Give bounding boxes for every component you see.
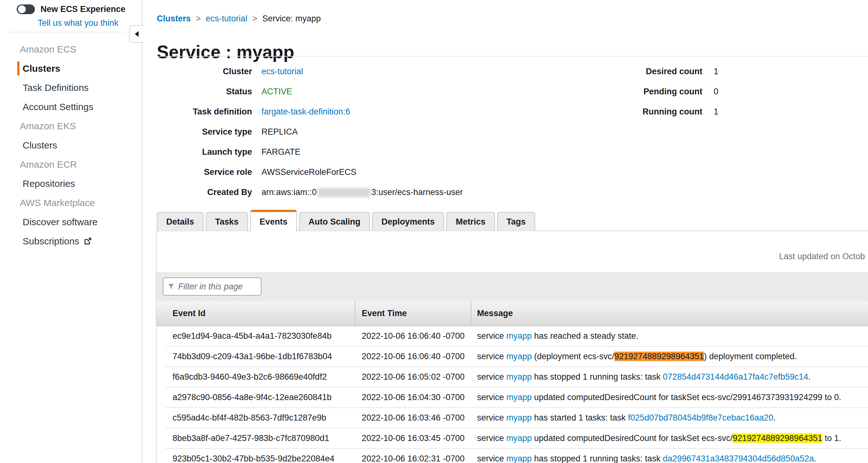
- message-text: (deployment ecs-svc/: [532, 352, 614, 361]
- message-link[interactable]: myapp: [506, 433, 532, 443]
- message-link[interactable]: myapp: [506, 331, 532, 341]
- breadcrumb-item-service-myapp: Service: myapp: [262, 14, 321, 24]
- sidebar-item-label: Account Settings: [23, 102, 93, 112]
- detail-row-running-count: Running count1: [583, 107, 718, 118]
- sidebar-item-clusters[interactable]: Clusters: [0, 59, 142, 78]
- filter-bar: [156, 272, 868, 301]
- event-id-cell: ec9e1d94-9aca-45b4-a4a1-7823030fe84b: [165, 331, 355, 341]
- detail-label: Pending count: [583, 87, 702, 96]
- event-time-cell: 2022-10-06 16:04:30 -0700: [355, 393, 471, 402]
- detail-value: ACTIVE: [261, 87, 292, 96]
- filter-funnel-icon: [168, 283, 175, 290]
- sidebar-item-label: Discover software: [23, 217, 97, 227]
- sidebar-item-label: Subscriptions: [23, 236, 79, 247]
- table-row[interactable]: 8beb3a8f-a0e7-4257-983b-c7fc870980d12022…: [165, 428, 868, 449]
- sidebar-divider: [9, 32, 125, 32]
- sidebar-item-repositories[interactable]: Repositories: [0, 174, 142, 193]
- nav-section-header-amazon-ecr: Amazon ECR: [0, 155, 142, 174]
- message-text: has reached a steady state.: [532, 331, 638, 341]
- message-link[interactable]: myapp: [506, 372, 532, 381]
- filter-box: [163, 278, 261, 296]
- nav-section-header-aws-marketplace: AWS Marketplace: [0, 193, 142, 212]
- message-link[interactable]: 072854d473144d46a17fa4c7efb59c14: [663, 372, 808, 381]
- message-link[interactable]: myapp: [506, 454, 532, 463]
- tab-tags[interactable]: Tags: [497, 212, 535, 231]
- last-updated-text: Last updated on Octob: [779, 252, 865, 261]
- detail-value: 1: [714, 67, 718, 77]
- message-text: service: [477, 372, 506, 381]
- sidebar-collapse-button[interactable]: [129, 25, 144, 43]
- sidebar-item-discover-software[interactable]: Discover software: [0, 212, 142, 231]
- message-link[interactable]: myapp: [506, 393, 532, 402]
- sidebar-item-clusters[interactable]: Clusters: [0, 136, 142, 155]
- event-time-cell: 2022-10-06 16:03:45 -0700: [355, 433, 471, 443]
- breadcrumb-item-clusters[interactable]: Clusters: [157, 14, 191, 24]
- message-text: to 1.: [823, 433, 841, 443]
- table-row[interactable]: 74bb3d09-c209-43a1-96be-1db1f6783b042022…: [165, 347, 868, 367]
- message-text: .: [773, 413, 776, 423]
- tab-bar: DetailsTasksEventsAuto ScalingDeployment…: [157, 210, 535, 231]
- message-link[interactable]: myapp: [506, 413, 532, 423]
- table-row[interactable]: c595ad4c-bf4f-482b-8563-7df9c1287e9b2022…: [165, 408, 868, 428]
- tab-tasks[interactable]: Tasks: [206, 212, 248, 231]
- event-message-cell: service myapp updated computedDesiredCou…: [471, 433, 868, 443]
- detail-label: Status: [143, 87, 252, 96]
- table-row[interactable]: ec9e1d94-9aca-45b4-a4a1-7823030fe84b2022…: [165, 326, 868, 347]
- sidebar-item-subscriptions[interactable]: Subscriptions: [0, 231, 142, 251]
- event-time-cell: 2022-10-06 16:06:40 -0700: [355, 331, 471, 341]
- tab-details[interactable]: Details: [157, 212, 204, 231]
- message-text: service: [477, 331, 506, 341]
- events-table-header: Event IdEvent TimeMessage: [156, 301, 868, 326]
- tab-auto-scaling[interactable]: Auto Scaling: [299, 212, 370, 231]
- detail-value[interactable]: ecs-tutorial: [261, 67, 303, 77]
- event-id-cell: 923b05c1-30b2-47bb-b535-9d2be22084e4: [165, 454, 355, 463]
- message-text: updated computedDesiredCount for taskSet…: [532, 433, 733, 443]
- events-table: Event IdEvent TimeMessage ec9e1d94-9aca-…: [156, 301, 868, 463]
- message-text: has started 1 tasks: task: [532, 413, 628, 423]
- event-message-cell: service myapp (deployment ecs-svc/921927…: [471, 352, 868, 361]
- ecs-console-screen: New ECS Experience Tell us what you thin…: [0, 0, 868, 463]
- detail-label: Service role: [143, 167, 252, 177]
- sidebar-item-task-definitions[interactable]: Task Definitions: [0, 78, 142, 97]
- detail-value-suffix: 3:user/ecs-harness-user: [371, 187, 463, 197]
- sidebar-item-account-settings[interactable]: Account Settings: [0, 97, 142, 116]
- sidebar: New ECS Experience Tell us what you thin…: [0, 0, 142, 463]
- message-highlight: 9219274889298964351: [733, 433, 822, 443]
- new-ecs-experience-toggle[interactable]: [17, 4, 35, 14]
- event-message-cell: service myapp has reached a steady state…: [471, 331, 868, 341]
- table-row[interactable]: a2978c90-0856-4a8e-9f4c-12eae260841b2022…: [165, 387, 868, 408]
- detail-row-desired-count: Desired count1: [583, 67, 718, 78]
- message-link[interactable]: myapp: [506, 352, 532, 361]
- message-text: service: [477, 393, 506, 402]
- tab-metrics[interactable]: Metrics: [446, 212, 495, 231]
- feedback-link[interactable]: Tell us what you think: [38, 18, 119, 28]
- main-content: Clusters>ecs-tutorial>Service: myapp Ser…: [143, 0, 868, 463]
- message-text: service: [477, 433, 506, 443]
- tab-deployments[interactable]: Deployments: [372, 212, 444, 231]
- detail-row-status: StatusACTIVE: [143, 87, 463, 98]
- detail-label: Cluster: [143, 67, 252, 77]
- table-row[interactable]: f6a9cdb3-9460-49e3-b2c6-98669e40fdf22022…: [165, 367, 868, 387]
- table-row[interactable]: 923b05c1-30b2-47bb-b535-9d2be22084e42022…: [165, 449, 868, 463]
- message-link[interactable]: f025d07bd780454b9f8e7cebac16aa20: [628, 413, 773, 423]
- detail-label: Desired count: [583, 67, 702, 77]
- column-header-event-id: Event Id: [156, 301, 355, 325]
- detail-label: Launch type: [143, 147, 252, 157]
- message-link[interactable]: da29967431a3483794304d56d850a52a: [663, 454, 814, 463]
- service-details-right: Desired count1Pending count0Running coun…: [583, 67, 718, 127]
- event-id-cell: c595ad4c-bf4f-482b-8563-7df9c1287e9b: [165, 413, 355, 423]
- sidebar-nav: Amazon ECSClustersTask DefinitionsAccoun…: [0, 40, 142, 251]
- message-text: updated computedDesiredCount for taskSet…: [532, 393, 841, 402]
- column-header-event-time: Event Time: [355, 301, 471, 325]
- detail-row-service-role: Service roleAWSServiceRoleForECS: [143, 167, 463, 179]
- detail-row-task-definition: Task definitionfargate-task-definition:6: [143, 107, 463, 118]
- tab-events[interactable]: Events: [250, 210, 297, 231]
- breadcrumb-separator: >: [252, 14, 257, 24]
- breadcrumb-item-ecs-tutorial[interactable]: ecs-tutorial: [206, 14, 247, 24]
- chevron-left-icon: [135, 31, 138, 37]
- detail-value[interactable]: fargate-task-definition:6: [261, 107, 350, 117]
- detail-row-service-type: Service typeREPLICA: [143, 127, 463, 138]
- filter-input[interactable]: [178, 282, 256, 292]
- nav-section-header-amazon-eks: Amazon EKS: [0, 116, 142, 136]
- event-message-cell: service myapp has stopped 1 running task…: [471, 454, 868, 463]
